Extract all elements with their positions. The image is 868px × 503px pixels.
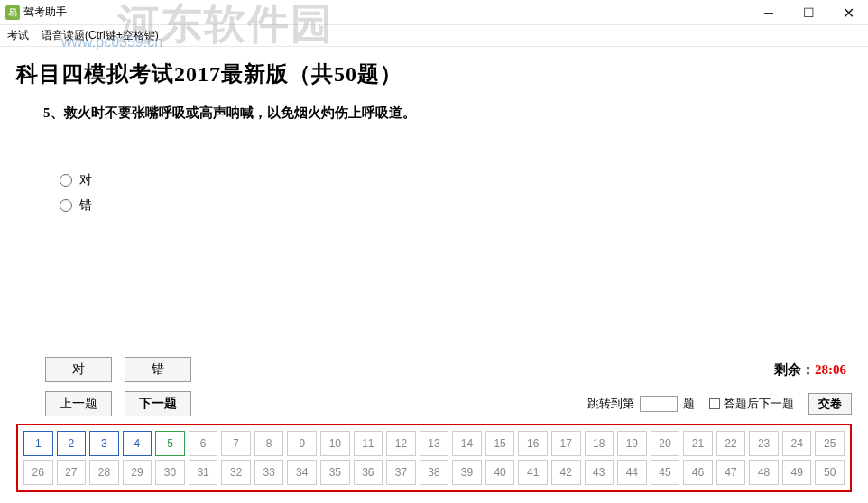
answer-false-button[interactable]: 错: [125, 357, 191, 382]
option-label: 对: [79, 172, 92, 188]
titlebar: 易 驾考助手 ─ ☐ ✕: [0, 0, 868, 25]
timer: 剩余：28:06: [774, 361, 846, 379]
question-cell-48[interactable]: 48: [749, 460, 779, 485]
question-cell-34[interactable]: 34: [287, 460, 317, 485]
question-cell-30[interactable]: 30: [155, 460, 185, 485]
question-cell-14[interactable]: 14: [452, 431, 482, 456]
question-cell-28[interactable]: 28: [89, 460, 119, 485]
radio-icon: [60, 199, 72, 212]
menu-exam[interactable]: 考试: [7, 28, 29, 43]
question-text: 5、救火时不要张嘴呼吸或高声呐喊，以免烟火灼伤上呼吸道。: [43, 105, 852, 122]
question-cell-17[interactable]: 17: [551, 431, 581, 456]
answer-true-button[interactable]: 对: [45, 357, 112, 382]
window-controls: ─ ☐ ✕: [749, 0, 868, 25]
question-cell-2[interactable]: 2: [57, 431, 87, 456]
question-cell-11[interactable]: 11: [354, 431, 383, 456]
question-cell-32[interactable]: 32: [221, 460, 251, 485]
question-cell-39[interactable]: 39: [452, 460, 482, 485]
question-cell-36[interactable]: 36: [354, 460, 383, 485]
question-cell-50[interactable]: 50: [815, 460, 845, 485]
auto-next-label: 答题后下一题: [724, 396, 794, 412]
answer-buttons-row: 对 错 剩余：28:06: [45, 357, 852, 382]
auto-next-checkbox[interactable]: 答题后下一题: [709, 396, 794, 412]
question-cell-18[interactable]: 18: [585, 431, 614, 456]
question-cell-40[interactable]: 40: [485, 460, 515, 485]
minimize-button[interactable]: ─: [749, 0, 789, 25]
close-button[interactable]: ✕: [828, 0, 868, 25]
question-cell-44[interactable]: 44: [617, 460, 647, 485]
option-false[interactable]: 错: [60, 197, 852, 214]
jump-controls: 跳转到第 题 答题后下一题 交卷: [587, 393, 852, 415]
question-cell-22[interactable]: 22: [716, 431, 746, 456]
question-cell-1[interactable]: 1: [23, 431, 53, 456]
question-cell-23[interactable]: 23: [749, 431, 779, 456]
question-cell-45[interactable]: 45: [651, 460, 680, 485]
menubar: 考试 语音读题(Ctrl键+空格键): [0, 25, 868, 47]
question-cell-6[interactable]: 6: [189, 431, 218, 456]
options-group: 对 错: [60, 172, 852, 214]
exam-title: 科目四模拟考试2017最新版（共50题）: [16, 59, 852, 88]
question-cell-12[interactable]: 12: [386, 431, 416, 456]
question-cell-4[interactable]: 4: [123, 431, 152, 456]
question-cell-43[interactable]: 43: [585, 460, 614, 485]
option-true[interactable]: 对: [60, 172, 852, 188]
radio-icon: [60, 174, 72, 187]
question-cell-20[interactable]: 20: [651, 431, 680, 456]
checkbox-icon: [709, 398, 720, 409]
next-button[interactable]: 下一题: [125, 391, 191, 416]
question-cell-49[interactable]: 49: [782, 460, 812, 485]
question-cell-29[interactable]: 29: [123, 460, 152, 485]
question-cell-19[interactable]: 19: [617, 431, 647, 456]
menu-voice[interactable]: 语音读题(Ctrl键+空格键): [42, 28, 159, 43]
question-cell-27[interactable]: 27: [57, 460, 87, 485]
question-body: 救火时不要张嘴呼吸或高声呐喊，以免烟火灼伤上呼吸道。: [64, 105, 416, 120]
question-cell-13[interactable]: 13: [420, 431, 449, 456]
question-cell-37[interactable]: 37: [386, 460, 416, 485]
window-title: 驾考助手: [23, 5, 67, 20]
jump-label-2: 题: [683, 396, 695, 412]
question-cell-25[interactable]: 25: [815, 431, 845, 456]
content-area: 科目四模拟考试2017最新版（共50题） 5、救火时不要张嘴呼吸或高声呐喊，以免…: [0, 47, 868, 214]
question-cell-15[interactable]: 15: [485, 431, 515, 456]
question-cell-3[interactable]: 3: [89, 431, 119, 456]
question-cell-9[interactable]: 9: [287, 431, 317, 456]
jump-input[interactable]: [640, 396, 678, 412]
submit-button[interactable]: 交卷: [808, 393, 852, 415]
question-number: 5、: [43, 105, 64, 120]
question-cell-41[interactable]: 41: [518, 460, 548, 485]
question-cell-16[interactable]: 16: [518, 431, 548, 456]
question-cell-24[interactable]: 24: [782, 431, 812, 456]
option-label: 错: [79, 197, 92, 214]
question-cell-21[interactable]: 21: [683, 431, 713, 456]
timer-label: 剩余：: [774, 362, 815, 377]
question-cell-42[interactable]: 42: [551, 460, 581, 485]
prev-button[interactable]: 上一题: [45, 391, 112, 416]
question-cell-10[interactable]: 10: [320, 431, 350, 456]
maximize-button[interactable]: ☐: [789, 0, 828, 25]
nav-buttons-row: 上一题 下一题 跳转到第 题 答题后下一题 交卷: [45, 391, 852, 416]
question-cell-31[interactable]: 31: [189, 460, 218, 485]
question-cell-46[interactable]: 46: [683, 460, 713, 485]
timer-value: 28:06: [815, 362, 846, 377]
question-cell-38[interactable]: 38: [420, 460, 449, 485]
question-cell-33[interactable]: 33: [254, 460, 284, 485]
app-icon: 易: [5, 5, 20, 20]
question-cell-26[interactable]: 26: [23, 460, 53, 485]
jump-label-1: 跳转到第: [587, 396, 634, 412]
bottom-panel: 对 错 剩余：28:06 上一题 下一题 跳转到第 题 答题后下一题 交卷 12…: [16, 357, 852, 492]
question-cell-7[interactable]: 7: [221, 431, 251, 456]
question-cell-35[interactable]: 35: [320, 460, 350, 485]
question-cell-8[interactable]: 8: [254, 431, 284, 456]
question-cell-5[interactable]: 5: [155, 431, 185, 456]
question-cell-47[interactable]: 47: [716, 460, 746, 485]
question-grid: 1234567891011121314151617181920212223242…: [23, 431, 845, 485]
question-grid-wrap: 1234567891011121314151617181920212223242…: [16, 424, 852, 492]
